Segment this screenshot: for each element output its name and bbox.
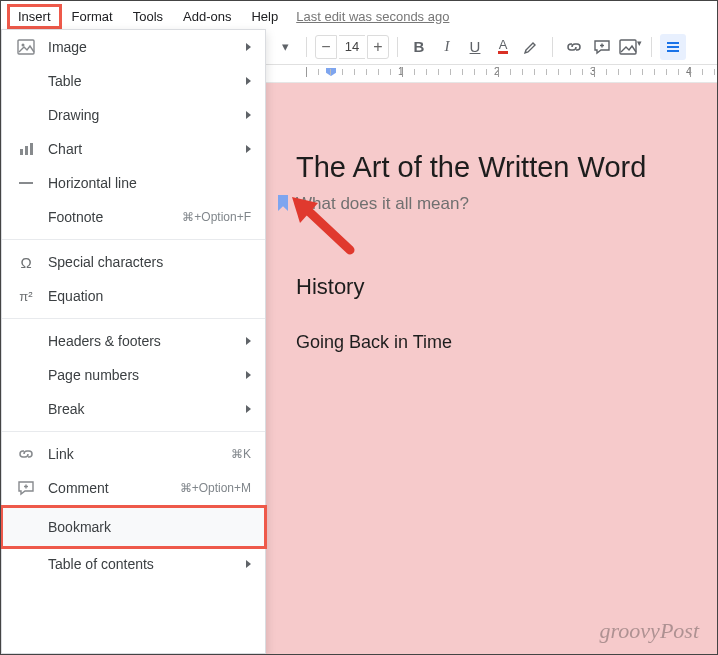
chevron-right-icon [246,77,251,85]
separator [306,37,307,57]
menu-insert[interactable]: Insert [7,4,62,29]
link-icon [16,444,36,464]
separator [2,318,265,319]
menuitem-equation[interactable]: π² Equation [2,279,265,313]
pi-icon: π² [16,286,36,306]
chevron-right-icon [246,111,251,119]
chevron-right-icon [246,337,251,345]
insert-image-button[interactable]: ▾ [617,34,643,60]
menu-addons[interactable]: Add-ons [173,5,241,28]
menuitem-specialchars[interactable]: Ω Special characters [2,245,265,279]
blank-icon [16,554,36,574]
separator [2,431,265,432]
bookmark-icon[interactable] [278,195,288,211]
menuitem-label: Drawing [48,107,234,123]
menuitem-label: Headers & footers [48,333,234,349]
highlight-button[interactable] [518,34,544,60]
menuitem-label: Chart [48,141,234,157]
menuitem-table[interactable]: Table [2,64,265,98]
doc-heading2[interactable]: History [296,274,717,300]
menuitem-label: Equation [48,288,251,304]
menuitem-label: Footnote [48,209,170,225]
menubar: Insert Format Tools Add-ons Help Last ed… [1,1,717,29]
separator [651,37,652,57]
menuitem-headers[interactable]: Headers & footers [2,324,265,358]
blank-icon [16,105,36,125]
doc-subtitle[interactable]: What does it all mean? [296,194,717,214]
menuitem-bookmark[interactable]: Bookmark [2,507,265,547]
hline-icon [16,173,36,193]
blank-icon [16,71,36,91]
bold-button[interactable]: B [406,34,432,60]
menuitem-label: Table [48,73,234,89]
svg-rect-3 [25,146,28,155]
document-area[interactable]: The Art of the Written Word What does it… [266,83,717,654]
blank-icon [16,365,36,385]
menuitem-break[interactable]: Break [2,392,265,426]
dropdown-caret-icon[interactable]: ▾ [272,34,298,60]
fontsize-field[interactable]: 14 [339,35,365,59]
menu-help[interactable]: Help [241,5,288,28]
menuitem-label: Bookmark [48,519,251,535]
menuitem-label: Page numbers [48,367,234,383]
menuitem-pagenumbers[interactable]: Page numbers [2,358,265,392]
svg-rect-2 [20,149,23,155]
svg-rect-10 [620,40,636,54]
omega-icon: Ω [16,252,36,272]
menuitem-label: Link [48,446,219,462]
blank-icon [16,399,36,419]
menu-tools[interactable]: Tools [123,5,173,28]
chevron-right-icon [246,405,251,413]
menuitem-drawing[interactable]: Drawing [2,98,265,132]
menuitem-label: Table of contents [48,556,234,572]
doc-subtitle-text: What does it all mean? [296,194,469,213]
toolbar: ▾ − 14 + B I U A ▾ [266,29,717,65]
menuitem-label: Horizontal line [48,175,251,191]
menuitem-chart[interactable]: Chart [2,132,265,166]
chevron-right-icon [246,43,251,51]
doc-paragraph[interactable]: Going Back in Time [296,332,717,353]
svg-rect-0 [18,40,34,54]
shortcut-text: ⌘+Option+F [182,210,251,224]
insert-link-button[interactable] [561,34,587,60]
insert-comment-button[interactable] [589,34,615,60]
comment-icon [16,478,36,498]
insert-dropdown: Image Table Drawing Chart Horizontal lin… [1,29,266,654]
watermark: groovyPost [600,618,699,644]
align-button[interactable] [660,34,686,60]
shortcut-text: ⌘K [231,447,251,461]
underline-button[interactable]: U [462,34,488,60]
menuitem-label: Image [48,39,234,55]
chart-icon [16,139,36,159]
menuitem-link[interactable]: Link ⌘K [2,437,265,471]
menu-format[interactable]: Format [62,5,123,28]
separator [552,37,553,57]
svg-point-1 [22,44,25,47]
textcolor-button[interactable]: A [490,34,516,60]
fontsize-decrease-button[interactable]: − [315,35,337,59]
fontsize-increase-button[interactable]: + [367,35,389,59]
menuitem-comment[interactable]: Comment ⌘+Option+M [2,471,265,505]
menuitem-label: Comment [48,480,168,496]
ruler[interactable]: 1 2 3 4 [266,65,717,83]
blank-icon [16,207,36,227]
menuitem-toc[interactable]: Table of contents [2,547,265,581]
blank-icon [16,331,36,351]
blank-icon [16,517,36,537]
chevron-right-icon [246,560,251,568]
menuitem-footnote[interactable]: Footnote ⌘+Option+F [2,200,265,234]
separator [2,239,265,240]
svg-rect-4 [30,143,33,155]
image-icon [16,37,36,57]
last-edit-info[interactable]: Last edit was seconds ago [296,9,449,24]
indent-marker-icon[interactable] [326,68,336,76]
chevron-right-icon [246,371,251,379]
menuitem-label: Break [48,401,234,417]
menuitem-hline[interactable]: Horizontal line [2,166,265,200]
italic-button[interactable]: I [434,34,460,60]
separator [397,37,398,57]
shortcut-text: ⌘+Option+M [180,481,251,495]
doc-title[interactable]: The Art of the Written Word [296,151,717,184]
menuitem-label: Special characters [48,254,251,270]
menuitem-image[interactable]: Image [2,30,265,64]
